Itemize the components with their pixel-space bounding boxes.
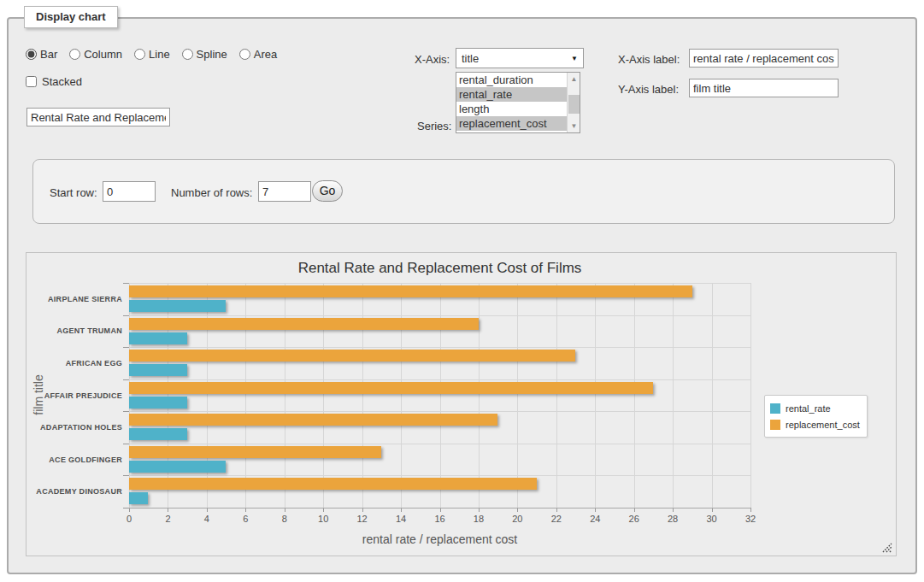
gridline xyxy=(129,283,130,508)
gridline xyxy=(673,283,674,508)
chart-container: Rental Rate and Replacement Cost of Film… xyxy=(26,252,897,556)
series-option-rental_rate[interactable]: rental_rate xyxy=(456,87,580,102)
bar-rental_rate[interactable] xyxy=(129,364,187,376)
x-tick-label: 20 xyxy=(504,514,530,524)
x-tick-mark xyxy=(750,508,751,512)
gridline xyxy=(129,347,750,348)
category-label: ACE GOLDFINGER xyxy=(33,456,122,464)
chart-type-radio-area[interactable] xyxy=(239,49,250,60)
legend-label: replacement_cost xyxy=(786,420,860,430)
bar-replacement_cost[interactable] xyxy=(129,350,575,362)
category-label: AGENT TRUMAN xyxy=(33,326,122,335)
x-tick-label: 4 xyxy=(194,514,220,524)
x-tick-label: 16 xyxy=(427,514,453,524)
chart-type-radio-group: BarColumnLineSplineArea xyxy=(26,48,284,61)
go-button[interactable]: Go xyxy=(312,180,343,202)
resize-grip-icon[interactable] xyxy=(880,541,892,553)
bar-replacement_cost[interactable] xyxy=(129,446,381,458)
chart-title: Rental Rate and Replacement Cost of Film… xyxy=(129,260,750,277)
gridline xyxy=(750,283,751,508)
stacked-checkbox[interactable] xyxy=(26,76,37,87)
x-tick-label: 0 xyxy=(116,514,142,524)
y-tick-mark xyxy=(123,347,129,348)
category-label: AFRICAN EGG xyxy=(33,359,122,367)
bar-rental_rate[interactable] xyxy=(129,397,187,409)
bar-rental_rate[interactable] xyxy=(129,461,226,473)
category-label: ACADEMY DINOSAUR xyxy=(33,487,122,496)
x-tick-label: 18 xyxy=(466,514,491,524)
x-tick-label: 14 xyxy=(388,514,414,524)
x-tick-label: 6 xyxy=(232,514,258,524)
gridline xyxy=(129,411,750,412)
legend-item[interactable]: replacement_cost xyxy=(770,416,860,432)
bar-replacement_cost[interactable] xyxy=(129,382,653,394)
chart-type-radio-column[interactable] xyxy=(69,49,80,60)
series-options: rental_durationrental_ratelengthreplacem… xyxy=(456,73,580,131)
x-axis-select-label: X-Axis: xyxy=(415,53,450,66)
gridline xyxy=(712,283,713,508)
x-axis-title: rental rate / replacement cost xyxy=(129,532,750,546)
bar-replacement_cost[interactable] xyxy=(129,285,692,297)
x-tick-label: 24 xyxy=(582,514,608,524)
gridline xyxy=(323,283,324,508)
bar-rental_rate[interactable] xyxy=(129,428,187,440)
x-axis-select-value: title xyxy=(462,52,571,65)
x-axis-select[interactable]: title ▼ xyxy=(456,48,584,68)
chart-type-radio-line[interactable] xyxy=(134,49,145,60)
listbox-scrollbar[interactable]: ▲ ▼ xyxy=(567,73,580,132)
x-axis-label-input[interactable] xyxy=(689,49,839,68)
x-axis-line xyxy=(129,508,750,509)
gridline xyxy=(401,283,402,508)
bar-rental_rate[interactable] xyxy=(129,492,148,504)
num-rows-input[interactable] xyxy=(258,181,311,202)
gridline xyxy=(245,283,246,508)
gridline xyxy=(168,283,168,508)
chart-title-input[interactable] xyxy=(26,108,170,126)
chart-type-radio-bar[interactable] xyxy=(26,49,37,60)
x-tick-label: 12 xyxy=(350,514,375,524)
x-tick-label: 28 xyxy=(660,514,686,524)
bar-replacement_cost[interactable] xyxy=(129,414,497,426)
y-axis-label-input[interactable] xyxy=(689,79,839,97)
start-row-input[interactable] xyxy=(103,181,156,202)
series-listbox[interactable]: rental_durationrental_ratelengthreplacem… xyxy=(456,72,580,133)
y-tick-mark xyxy=(123,444,129,444)
start-row-label: Start row: xyxy=(50,186,97,199)
chart-type-radio-label: Spline xyxy=(197,48,227,61)
x-axis-label-label: X-Axis label: xyxy=(618,53,680,66)
gridline xyxy=(129,475,750,476)
gridline xyxy=(479,283,480,508)
category-label: ADAPTATION HOLES xyxy=(33,423,122,432)
bar-rental_rate[interactable] xyxy=(129,300,226,312)
series-option-length[interactable]: length xyxy=(456,102,580,116)
gridline xyxy=(285,283,285,508)
gridline xyxy=(207,283,208,508)
fieldset-legend: Display chart xyxy=(24,6,118,28)
series-option-rental_duration[interactable]: rental_duration xyxy=(456,73,580,87)
chart-type-option: Area xyxy=(239,48,277,61)
row-controls-panel xyxy=(32,159,895,224)
scroll-up-icon[interactable]: ▲ xyxy=(568,73,580,85)
chart-type-radio-label: Column xyxy=(84,48,122,61)
gridline xyxy=(362,283,363,508)
chart-type-radio-label: Line xyxy=(149,48,170,61)
gridline xyxy=(634,283,635,508)
legend-item[interactable]: rental_rate xyxy=(770,400,860,416)
chart-type-radio-spline[interactable] xyxy=(182,49,193,60)
chart-type-radio-label: Bar xyxy=(40,48,57,61)
series-option-replacement_cost[interactable]: replacement_cost xyxy=(456,116,580,131)
chevron-down-icon: ▼ xyxy=(571,55,578,62)
scroll-down-icon[interactable]: ▼ xyxy=(568,120,580,132)
scrollbar-thumb[interactable] xyxy=(568,95,580,114)
chart-legend: rental_ratereplacement_cost xyxy=(764,395,868,438)
bar-replacement_cost[interactable] xyxy=(129,478,537,490)
x-tick-label: 26 xyxy=(621,514,647,524)
x-tick-label: 32 xyxy=(738,514,763,524)
stacked-row: Stacked xyxy=(26,75,82,88)
chart-type-option: Bar xyxy=(26,48,57,61)
chart-type-radio-label: Area xyxy=(254,48,277,61)
bar-rental_rate[interactable] xyxy=(129,332,187,344)
gridline xyxy=(440,283,441,508)
num-rows-label: Number of rows: xyxy=(171,186,252,199)
bar-replacement_cost[interactable] xyxy=(129,318,479,330)
